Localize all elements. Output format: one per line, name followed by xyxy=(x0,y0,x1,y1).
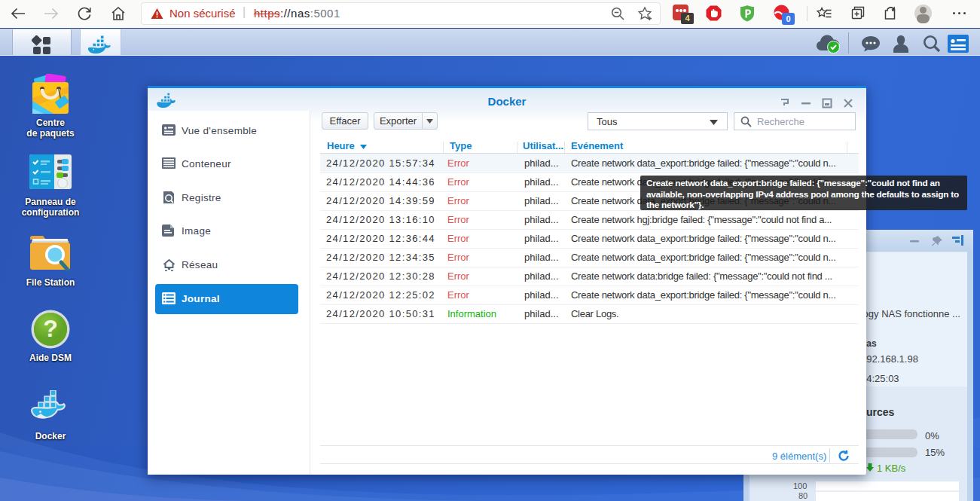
svg-text:?: ? xyxy=(43,315,58,342)
